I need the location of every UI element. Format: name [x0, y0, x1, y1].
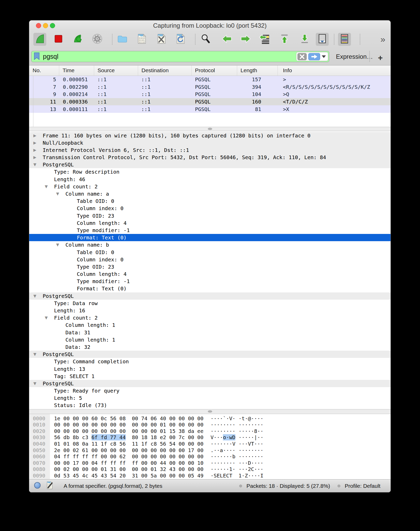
- detail-row[interactable]: Column length: 4: [29, 219, 391, 227]
- display-filter-input[interactable]: pgsql: [31, 51, 329, 62]
- hex-ascii[interactable]: .··a············: [211, 447, 264, 454]
- detail-row[interactable]: ▶Null/Loopback: [29, 139, 391, 146]
- detail-row[interactable]: Format: Text (0): [29, 285, 391, 292]
- expander-collapsed-icon[interactable]: ▶: [33, 146, 36, 154]
- colorize-button[interactable]: [338, 33, 351, 46]
- hex-bytes[interactable]: 00 00 00 00 00 00 00 0000 00 00 01 00 00…: [54, 422, 204, 428]
- detail-row[interactable]: Type: Ready for query: [29, 387, 391, 394]
- expander-open-icon[interactable]: ▼: [33, 380, 36, 387]
- detail-row[interactable]: Column index: 0: [29, 205, 391, 212]
- detail-row[interactable]: Column length: 1: [29, 321, 391, 329]
- hex-bytes[interactable]: 56 db 8b c3 6f fd 77 4480 18 18 e2 00 7c…: [54, 434, 204, 441]
- previous-packet-button[interactable]: [220, 33, 233, 46]
- hex-bytes[interactable]: 01 01 08 0a 11 1f c8 5611 1f c8 56 54 00…: [54, 441, 204, 447]
- detail-row[interactable]: ▼Field count: 2: [29, 183, 391, 190]
- column-header-time[interactable]: Time: [59, 65, 94, 76]
- open-capture-button[interactable]: [116, 33, 129, 46]
- hex-bytes[interactable]: 00 02 00 00 00 01 31 0000 00 01 32 43 00…: [54, 466, 204, 473]
- detail-row[interactable]: Type OID: 23: [29, 212, 391, 219]
- hex-row[interactable]: 003056 db 8b c3 6f fd 77 4480 18 18 e2 0…: [29, 434, 391, 441]
- start-capture-button[interactable]: [33, 33, 46, 46]
- capture-options-button[interactable]: [91, 33, 104, 46]
- zoom-window-button[interactable]: [50, 23, 55, 28]
- filter-dropdown-caret[interactable]: [322, 55, 326, 58]
- hex-row[interactable]: 00001e 00 00 00 60 0c 56 0800 74 06 40 0…: [29, 415, 391, 422]
- expander-open-icon[interactable]: ▼: [56, 190, 59, 197]
- expander-open-icon[interactable]: ▼: [45, 314, 48, 321]
- detail-row[interactable]: Length: 13: [29, 365, 391, 373]
- hex-bytes[interactable]: 0d 53 45 4c 45 43 54 2031 00 5a 00 00 00…: [54, 473, 204, 479]
- detail-row[interactable]: Column length: 4: [29, 270, 391, 278]
- hex-row[interactable]: 004001 01 08 0a 11 1f c8 5611 1f c8 56 5…: [29, 441, 391, 447]
- hex-ascii[interactable]: ·SELECT 1·Z····I: [211, 473, 264, 479]
- hex-row[interactable]: 001000 00 00 00 00 00 00 0000 00 00 01 0…: [29, 422, 391, 428]
- hex-bytes[interactable]: 2e 00 02 61 00 00 00 0000 00 00 00 00 00…: [54, 447, 204, 454]
- detail-row[interactable]: Type: Row description: [29, 168, 391, 175]
- detail-row[interactable]: ▶Transmission Control Protocol, Src Port…: [29, 154, 391, 161]
- detail-row[interactable]: Data: 32: [29, 343, 391, 351]
- go-to-last-packet-button[interactable]: [298, 33, 311, 46]
- add-filter-button[interactable]: +: [378, 53, 383, 63]
- apply-filter-button[interactable]: [308, 53, 320, 60]
- packet-row[interactable]: 110.000336::1::1PGSQL160<T/D/C/Z: [29, 98, 391, 106]
- hex-bytes[interactable]: 1e 00 00 00 60 0c 56 0800 74 06 40 00 00…: [54, 415, 204, 422]
- close-capture-button[interactable]: [155, 33, 168, 46]
- detail-row[interactable]: Table OID: 0: [29, 249, 391, 256]
- detail-row[interactable]: Table OID: 0: [29, 197, 391, 205]
- expander-open-icon[interactable]: ▼: [33, 292, 36, 300]
- column-header-info[interactable]: Info: [278, 65, 391, 76]
- detail-row[interactable]: ▼PostgreSQL: [29, 292, 391, 300]
- hex-ascii[interactable]: ·······V···VT···: [211, 441, 264, 447]
- detail-row[interactable]: ▶Frame 11: 160 bytes on wire (1280 bits)…: [29, 132, 391, 139]
- hex-ascii[interactable]: ·······b········: [211, 453, 264, 460]
- next-packet-button[interactable]: [239, 33, 252, 46]
- find-packet-button[interactable]: [199, 33, 212, 46]
- hex-row[interactable]: 007000 00 17 00 04 ff ff ffff 00 00 44 0…: [29, 460, 391, 466]
- detail-row[interactable]: Column index: 0: [29, 256, 391, 263]
- packet-row[interactable]: 90.000214::1::1PGSQL104>Q: [29, 91, 391, 98]
- expander-open-icon[interactable]: ▼: [33, 351, 36, 358]
- column-header-destination[interactable]: Destination: [138, 65, 192, 76]
- hex-row[interactable]: 00502e 00 02 61 00 00 00 0000 00 00 00 0…: [29, 447, 391, 454]
- hex-row[interactable]: 00900d 53 45 4c 45 43 54 2031 00 5a 00 0…: [29, 473, 391, 479]
- hex-row[interactable]: 008000 02 00 00 00 01 31 0000 00 01 32 4…: [29, 466, 391, 473]
- expander-collapsed-icon[interactable]: ▶: [33, 154, 36, 161]
- packet-list-splitter[interactable]: [29, 127, 391, 131]
- detail-row[interactable]: Status: Idle (73): [29, 402, 391, 409]
- detail-row[interactable]: ▼PostgreSQL: [29, 161, 391, 168]
- minimize-window-button[interactable]: [43, 23, 48, 28]
- column-header-no[interactable]: No.: [29, 65, 59, 76]
- detail-row[interactable]: Column length: 1: [29, 336, 391, 343]
- expression-button[interactable]: Expression…: [336, 53, 373, 60]
- detail-row[interactable]: ▶Internet Protocol Version 6, Src: ::1, …: [29, 146, 391, 154]
- detail-row[interactable]: Tag: SELECT 1: [29, 373, 391, 380]
- hex-ascii[interactable]: ·············8··: [211, 428, 264, 434]
- details-splitter[interactable]: [29, 409, 391, 414]
- go-to-first-packet-button[interactable]: [278, 33, 291, 46]
- detail-row[interactable]: Type: Command completion: [29, 358, 391, 365]
- column-header-source[interactable]: Source: [94, 65, 138, 76]
- detail-row[interactable]: Type: Data row: [29, 300, 391, 307]
- packet-row[interactable]: 130.000111::1::1PGSQL81>X: [29, 105, 391, 113]
- packet-row[interactable]: 70.002290::1::1PGSQL394<R/S/S/S/S/S/S/S/…: [29, 83, 391, 91]
- hex-bytes[interactable]: 04 ff ff ff ff 00 00 6200 00 00 00 00 00…: [54, 453, 204, 460]
- expander-open-icon[interactable]: ▼: [33, 161, 36, 168]
- profile-button[interactable]: Profile: Default: [345, 483, 380, 489]
- detail-row[interactable]: Length: 5: [29, 394, 391, 402]
- detail-row[interactable]: Type modifier: -1: [29, 278, 391, 285]
- hex-ascii[interactable]: ····`·V··t·@····: [211, 415, 264, 422]
- clear-filter-button[interactable]: [297, 53, 307, 60]
- detail-row[interactable]: Format: Text (0): [29, 234, 391, 241]
- detail-row[interactable]: Length: 46: [29, 176, 391, 183]
- hex-ascii[interactable]: V···o·wD·····|··: [211, 434, 264, 441]
- expander-collapsed-icon[interactable]: ▶: [33, 132, 36, 139]
- hex-row[interactable]: 002000 00 00 00 00 00 00 0000 00 00 01 1…: [29, 428, 391, 434]
- detail-row[interactable]: ▼Field count: 2: [29, 314, 391, 321]
- auto-scroll-button[interactable]: [316, 33, 329, 46]
- bookmark-icon[interactable]: [34, 52, 40, 61]
- go-to-packet-button[interactable]: [258, 33, 271, 46]
- close-window-button[interactable]: [36, 23, 41, 28]
- save-capture-button[interactable]: 010100110101110: [135, 33, 148, 46]
- hex-ascii[interactable]: ················: [211, 422, 264, 428]
- hex-ascii[interactable]: ···········D····: [211, 460, 264, 466]
